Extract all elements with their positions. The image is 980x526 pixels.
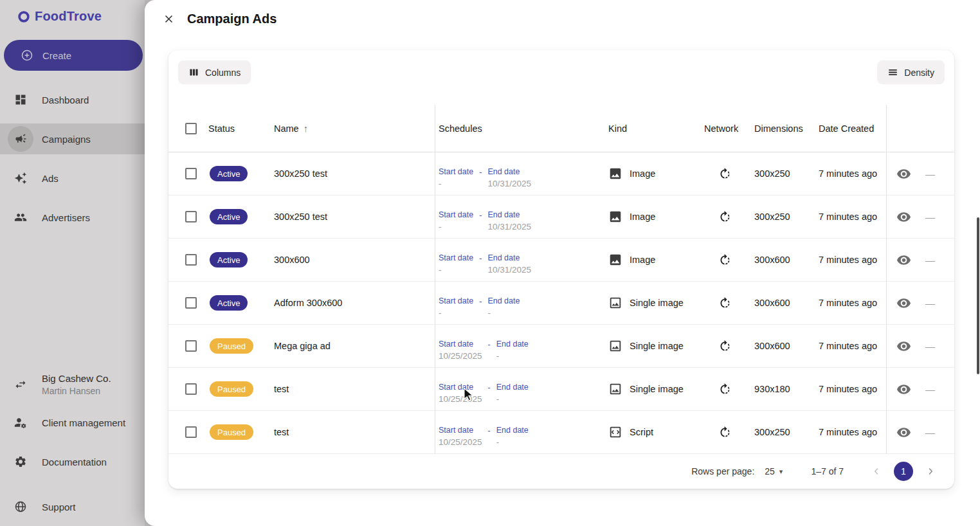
switch-account-icon [8, 372, 33, 397]
sort-ascending-icon[interactable]: ↑ [304, 123, 309, 134]
preview-button[interactable] [896, 382, 911, 397]
rows-per-page-select[interactable]: 25 ▾ [765, 466, 783, 476]
table-row[interactable]: Active 300x600 Start date - - End date 1… [168, 239, 954, 282]
chevron-down-icon: ▾ [779, 467, 783, 476]
dashboard-icon [8, 87, 33, 113]
end-date-label: End date [487, 296, 520, 305]
sidebar-item-label: Advertisers [42, 212, 90, 223]
sidebar-item-label: Client management [42, 417, 125, 428]
sidebar-item-label: Support [42, 502, 76, 512]
network-rotate-icon [718, 340, 732, 353]
account-switcher[interactable]: Big Cashew Co. Martin Hansen [0, 369, 145, 400]
end-date-label: End date [496, 383, 529, 392]
table-row[interactable]: Paused test Start date 10/25/2025 - End … [168, 368, 954, 411]
header-checkbox-cell [177, 123, 208, 134]
network-rotate-icon [718, 210, 732, 224]
ads-table: Status Name ↑ Schedules Kind Network Dim… [168, 105, 954, 454]
sidebar-item-dashboard[interactable]: Dashboard [0, 84, 145, 115]
start-date-label: Start date [439, 210, 473, 219]
start-date-label: Start date [439, 383, 482, 392]
sidebar-item-label: Dashboard [42, 95, 89, 105]
kind-label: Single image [630, 341, 684, 351]
row-action-placeholder: — [925, 384, 935, 395]
columns-button[interactable]: Columns [178, 60, 251, 84]
network-cell [704, 340, 754, 353]
preview-button[interactable] [896, 425, 911, 440]
preview-button[interactable] [896, 253, 911, 268]
row-checkbox[interactable] [185, 211, 197, 222]
create-button[interactable]: Create [4, 40, 143, 71]
header-status[interactable]: Status [208, 123, 274, 134]
network-cell [704, 210, 754, 224]
close-button[interactable] [158, 8, 179, 30]
table-toolbar: Columns Density [178, 60, 945, 84]
kind-cell: Script [608, 425, 704, 439]
dimensions-cell: 300x600 [754, 298, 819, 308]
table-row[interactable]: Active Adform 300x600 Start date - - End… [168, 282, 954, 325]
network-rotate-icon [718, 167, 732, 181]
dimensions-cell: 300x250 [754, 212, 819, 222]
date-created-cell: 7 minutes ago [819, 427, 886, 437]
row-action-placeholder: — [925, 427, 935, 438]
status-badge: Paused [210, 381, 253, 397]
header-dimensions[interactable]: Dimensions [754, 123, 819, 134]
row-checkbox[interactable] [185, 168, 197, 179]
row-checkbox[interactable] [185, 254, 197, 266]
schedule-dash: - [479, 168, 482, 177]
preview-button[interactable] [896, 167, 911, 181]
density-button[interactable]: Density [877, 60, 945, 84]
preview-button[interactable] [896, 339, 911, 354]
network-cell [704, 167, 754, 181]
header-name[interactable]: Name ↑ [274, 123, 435, 134]
status-badge: Paused [210, 338, 253, 354]
table-row[interactable]: Active 300x250 test Start date - - End d… [168, 195, 954, 239]
sidebar-item-label: Ads [42, 173, 59, 184]
eye-icon [896, 296, 911, 311]
kind-cell: Single image [608, 296, 704, 310]
table-row[interactable]: Paused test Start date 10/25/2025 - End … [168, 411, 954, 454]
sidebar-item-ads[interactable]: Ads [0, 163, 145, 194]
sidebar-item-campaigns[interactable]: Campaigns [0, 123, 145, 154]
preview-button[interactable] [896, 210, 911, 224]
end-date-label: End date [487, 253, 531, 262]
sidebar-item-support[interactable]: Support [0, 491, 145, 522]
scrollbar-thumb[interactable] [977, 217, 979, 374]
name-cell: 300x250 test [274, 212, 435, 222]
start-date-group: Start date 10/25/2025 [439, 426, 482, 447]
header-date-created[interactable]: Date Created [819, 123, 886, 134]
table-row[interactable]: Paused Mega giga ad Start date 10/25/202… [168, 325, 954, 368]
next-page-button[interactable] [921, 462, 940, 481]
chevron-right-icon [925, 466, 936, 477]
kind-label: Single image [630, 298, 684, 308]
end-date-value: 10/31/2025 [487, 179, 531, 188]
table-header-row: Status Name ↑ Schedules Kind Network Dim… [168, 105, 954, 152]
row-checkbox[interactable] [185, 383, 197, 395]
header-network[interactable]: Network [704, 123, 754, 134]
start-date-value: - [439, 222, 473, 231]
network-cell [704, 253, 754, 267]
row-checkbox[interactable] [185, 340, 197, 352]
date-created-cell: 7 minutes ago [819, 255, 886, 265]
eye-icon [896, 167, 911, 181]
end-date-value: - [496, 351, 529, 361]
kind-cell: Image [608, 210, 704, 224]
row-checkbox[interactable] [185, 297, 197, 309]
sidebar-item-documentation[interactable]: Documentation [0, 446, 145, 477]
sidebar-item-client-management[interactable]: Client management [0, 407, 145, 438]
preview-button[interactable] [896, 296, 911, 311]
row-checkbox[interactable] [185, 426, 197, 438]
header-schedules[interactable]: Schedules [435, 123, 608, 134]
brand-logo-icon [17, 10, 31, 24]
header-kind[interactable]: Kind [608, 123, 704, 134]
select-all-checkbox[interactable] [185, 123, 197, 134]
image-filled-icon [608, 167, 622, 181]
table-row[interactable]: Active 300x250 test Start date - - End d… [168, 152, 954, 195]
prev-page-button[interactable] [867, 462, 886, 481]
brand: FoodTrove [17, 9, 102, 24]
start-date-group: Start date - [439, 253, 473, 275]
schedule-dash: - [479, 254, 482, 263]
sidebar-item-advertisers[interactable]: Advertisers [0, 202, 145, 233]
current-page-button[interactable]: 1 [894, 462, 913, 481]
start-date-value: 10/25/2025 [439, 351, 482, 361]
column-divider [435, 105, 435, 454]
